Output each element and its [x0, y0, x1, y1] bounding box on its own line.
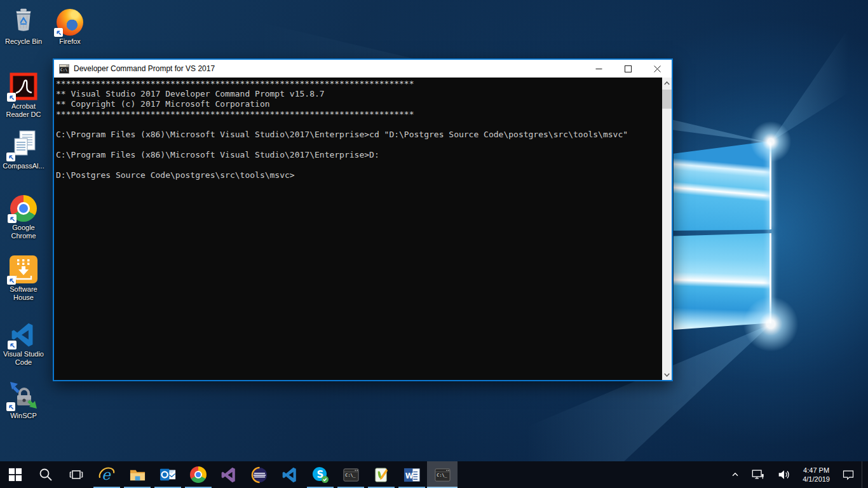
desktop-icon-label: Google Chrome — [1, 224, 46, 240]
desktop-icon-compassal[interactable]: CompassAl... — [1, 128, 46, 170]
chevron-up-icon — [731, 470, 740, 479]
eclipse-icon — [251, 466, 268, 484]
show-hidden-icons-button[interactable] — [726, 461, 744, 488]
volume-icon — [776, 468, 790, 482]
terminal-line: C:\Program Files (x86)\Microsoft Visual … — [56, 150, 662, 160]
svg-text:C:\_: C:\_ — [437, 472, 447, 477]
shortcut-arrow-icon — [7, 93, 16, 102]
word-icon: W — [403, 466, 421, 484]
taskbar-notepad-plus-plus[interactable] — [366, 461, 397, 488]
terminal-line: D:\Postgres Source Code\postgres\src\too… — [56, 170, 662, 180]
search-button[interactable] — [31, 461, 61, 488]
windows-logo-icon — [8, 468, 22, 482]
desktop: Recycle Bin Firefox Acrobat Reade — [0, 0, 868, 488]
desktop-icon-label: Acrobat Reader DC — [1, 102, 46, 119]
shortcut-arrow-icon — [7, 276, 16, 285]
show-desktop-button[interactable] — [862, 461, 865, 488]
taskbar-vscode[interactable] — [275, 461, 305, 488]
terminal-line: C:\Program Files (x86)\Microsoft Visual … — [56, 130, 662, 140]
terminal-line — [56, 160, 662, 170]
volume-tray-button[interactable] — [772, 461, 795, 488]
terminal-line — [56, 140, 662, 150]
clock-date: 4/1/2019 — [803, 475, 830, 484]
desktop-icon-acrobat[interactable]: Acrobat Reader DC — [1, 69, 46, 119]
taskbar: e — [0, 461, 868, 488]
taskbar-internet-explorer[interactable]: e — [92, 461, 122, 488]
visual-studio-icon — [220, 466, 238, 484]
terminal-output[interactable]: ****************************************… — [54, 78, 662, 380]
taskbar-word[interactable]: W — [397, 461, 427, 488]
file-explorer-icon — [129, 466, 146, 484]
developer-command-prompt-window: C:\ Developer Command Prompt for VS 2017… — [53, 58, 673, 381]
download-box-icon — [10, 252, 37, 283]
desktop-icon-recycle-bin[interactable]: Recycle Bin — [1, 4, 46, 46]
network-tray-button[interactable] — [747, 461, 770, 488]
desktop-icon-firefox[interactable]: Firefox — [47, 4, 93, 46]
terminal-line: ** Copyright (c) 2017 Microsoft Corporat… — [56, 99, 662, 109]
task-view-button[interactable] — [61, 461, 92, 488]
desktop-icon-label: Software House — [1, 285, 46, 302]
network-icon — [751, 468, 765, 482]
svg-text:e: e — [102, 466, 111, 483]
window-title: Developer Command Prompt for VS 2017 — [74, 64, 584, 73]
vscode-icon — [10, 316, 37, 348]
taskbar-chrome[interactable] — [183, 461, 214, 488]
desktop-icon-chrome[interactable]: Google Chrome — [1, 190, 46, 240]
scroll-up-button[interactable] — [662, 78, 672, 88]
shortcut-arrow-icon — [54, 28, 63, 37]
taskbar-eclipse[interactable] — [244, 461, 275, 488]
desktop-icon-winscp[interactable]: WinSCP — [1, 378, 46, 420]
desktop-icon-label: Firefox — [59, 37, 81, 46]
vertical-scrollbar[interactable] — [662, 78, 672, 380]
scrollbar-thumb[interactable] — [662, 90, 672, 109]
recycle-bin-icon — [9, 4, 38, 36]
svg-text:W: W — [405, 471, 413, 480]
taskbar-skype[interactable]: S — [305, 461, 336, 488]
action-center-button[interactable] — [837, 461, 859, 488]
terminal-line: ****************************************… — [56, 109, 662, 119]
clock-time: 4:47 PM — [803, 466, 830, 475]
shortcut-arrow-icon — [8, 341, 17, 349]
taskbar-file-explorer[interactable] — [122, 461, 153, 488]
taskbar-command-prompt[interactable]: C:\_ — [336, 461, 366, 488]
vscode-icon — [281, 466, 299, 484]
terminal-line: ****************************************… — [56, 79, 662, 89]
taskbar-clock[interactable]: 4:47 PM 4/1/2019 — [797, 466, 835, 484]
light-beam — [771, 0, 868, 146]
acrobat-reader-icon — [10, 69, 37, 100]
terminal-line: ** Visual Studio 2017 Developer Command … — [56, 89, 662, 99]
taskbar-empty-area — [458, 461, 726, 488]
command-prompt-icon: C:\_ — [434, 466, 451, 484]
internet-explorer-icon: e — [98, 466, 116, 484]
minimize-button[interactable] — [584, 60, 613, 78]
system-tray: 4:47 PM 4/1/2019 — [726, 461, 868, 488]
desktop-icon-software-house[interactable]: Software House — [1, 252, 46, 302]
skype-icon: S — [311, 466, 329, 484]
chrome-icon — [190, 466, 207, 483]
scrollbar-track[interactable] — [662, 88, 672, 369]
shortcut-arrow-icon — [6, 152, 15, 161]
close-button[interactable] — [642, 60, 672, 78]
outlook-icon — [159, 466, 177, 484]
shortcut-arrow-icon — [8, 214, 17, 223]
start-button[interactable] — [0, 461, 31, 488]
desktop-icon-vscode[interactable]: Visual Studio Code — [1, 316, 46, 367]
action-center-icon — [842, 468, 855, 481]
desktop-icon-label: CompassAl... — [3, 162, 44, 170]
scroll-down-button[interactable] — [662, 369, 672, 380]
taskbar-visual-studio[interactable] — [214, 461, 244, 488]
svg-text:C:\_: C:\_ — [345, 472, 356, 477]
notepad-plus-plus-icon — [373, 466, 390, 484]
desktop-icon-label: WinSCP — [10, 412, 37, 420]
command-prompt-icon: C:\_ — [342, 466, 360, 484]
desktop-icon-label: Recycle Bin — [5, 37, 42, 46]
search-icon — [38, 467, 53, 482]
winscp-lock-icon — [9, 378, 38, 410]
window-titlebar[interactable]: C:\ Developer Command Prompt for VS 2017 — [54, 60, 672, 78]
taskbar-outlook[interactable] — [153, 461, 183, 488]
desktop-icon-label: Visual Studio Code — [1, 350, 46, 367]
maximize-button[interactable] — [613, 60, 642, 78]
terminal-line — [56, 119, 662, 130]
svg-text:C:\: C:\ — [60, 67, 67, 72]
taskbar-command-prompt-active[interactable]: C:\_ — [427, 461, 458, 488]
